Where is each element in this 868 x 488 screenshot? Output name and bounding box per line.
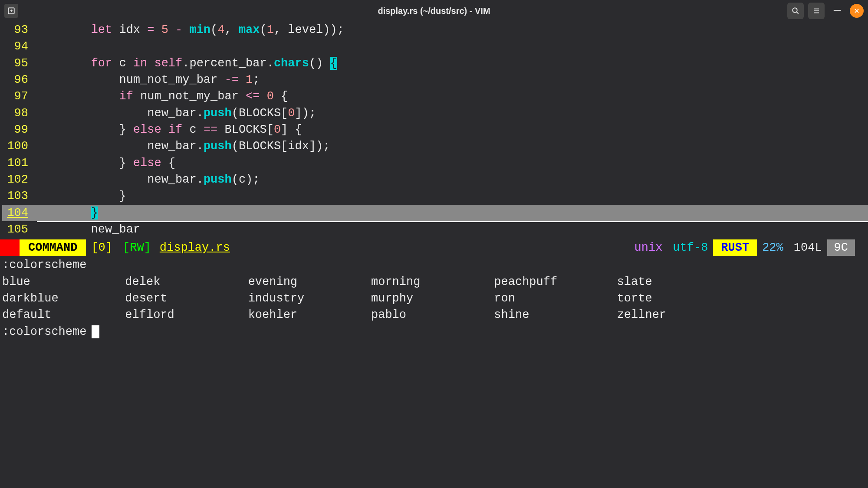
completion-item[interactable]: default: [2, 307, 125, 323]
code-content: }: [35, 188, 126, 204]
line-number: 104: [2, 205, 35, 221]
code-line[interactable]: 100 new_bar.push(BLOCKS[idx]);: [2, 138, 868, 154]
code-content: new_bar: [35, 221, 140, 238]
status-readwrite: [RW]: [118, 239, 156, 256]
completion-item[interactable]: blue: [2, 274, 125, 290]
code-content: new_bar.push(BLOCKS[idx]);: [35, 138, 330, 154]
code-content: let idx = 5 - min(4, max(1, level));: [35, 22, 344, 38]
status-line: COMMAND [0] [RW] display.rs unix utf-8 R…: [0, 239, 868, 256]
code-content: for c in self.percent_bar.chars() {: [35, 55, 337, 72]
minimize-button[interactable]: —: [829, 3, 845, 19]
line-number: 96: [2, 72, 35, 88]
line-number: 95: [2, 55, 35, 72]
line-number: 103: [2, 188, 35, 204]
completion-item[interactable]: elflord: [125, 307, 248, 323]
completion-item[interactable]: koehler: [248, 307, 371, 323]
code-line[interactable]: 104 }: [2, 205, 868, 221]
line-number: 98: [2, 105, 35, 121]
status-language: RUST: [713, 239, 757, 256]
completion-item[interactable]: torte: [617, 290, 740, 307]
completion-item[interactable]: murphy: [371, 290, 494, 307]
cursor-icon: [92, 325, 99, 338]
search-icon[interactable]: [787, 3, 804, 19]
code-content: new_bar.push(c);: [35, 171, 260, 188]
completion-item[interactable]: zellner: [617, 307, 740, 323]
line-number: 97: [2, 88, 35, 105]
code-line[interactable]: 93 let idx = 5 - min(4, max(1, level));: [2, 22, 868, 38]
hamburger-menu-icon[interactable]: [808, 3, 825, 19]
status-linecount: 104L: [789, 239, 827, 256]
command-label: :colorscheme: [2, 257, 866, 273]
svg-point-3: [792, 8, 797, 13]
status-mode: COMMAND: [20, 239, 86, 256]
completion-item[interactable]: darkblue: [2, 290, 125, 307]
line-number: 99: [2, 121, 35, 138]
app-icon[interactable]: [4, 4, 18, 18]
code-line[interactable]: 103 }: [2, 188, 868, 204]
code-line[interactable]: 98 new_bar.push(BLOCKS[0]);: [2, 105, 868, 121]
status-buffer-number: [0]: [86, 239, 118, 256]
code-content: new_bar.push(BLOCKS[0]);: [35, 105, 316, 121]
status-fileformat: unix: [629, 239, 668, 256]
completion-item[interactable]: delek: [125, 274, 248, 290]
code-content: if num_not_my_bar <= 0 {: [35, 88, 288, 105]
line-number: 100: [2, 138, 35, 154]
completion-item[interactable]: pablo: [371, 307, 494, 323]
code-editor[interactable]: 93 let idx = 5 - min(4, max(1, level));9…: [0, 22, 868, 238]
completion-item[interactable]: shine: [494, 307, 617, 323]
line-number: 101: [2, 155, 35, 171]
code-content: } else {: [35, 155, 175, 171]
line-number: 105: [2, 221, 35, 238]
status-percent: 22%: [757, 239, 789, 256]
completion-item[interactable]: ron: [494, 290, 617, 307]
close-button[interactable]: [850, 4, 864, 18]
titlebar: display.rs (~/dust/src) - VIM —: [0, 0, 868, 22]
completion-item[interactable]: evening: [248, 274, 371, 290]
code-line[interactable]: 94: [2, 38, 868, 55]
status-column: 9C: [827, 239, 855, 256]
status-filename: display.rs: [156, 239, 233, 256]
code-line[interactable]: 102 new_bar.push(c);: [2, 171, 868, 188]
code-line[interactable]: 99 } else if c == BLOCKS[0] {: [2, 121, 868, 138]
completion-list: bluedarkbluedefaultdelekdesertelflordeve…: [2, 274, 740, 324]
code-content: num_not_my_bar -= 1;: [35, 72, 260, 88]
completion-item[interactable]: peachpuff: [494, 274, 617, 290]
code-line[interactable]: 95 for c in self.percent_bar.chars() {: [2, 55, 868, 72]
code-content: } else if c == BLOCKS[0] {: [35, 121, 302, 138]
completion-item[interactable]: morning: [371, 274, 494, 290]
command-line-input[interactable]: :colorscheme: [2, 324, 866, 340]
code-content: }: [35, 205, 98, 221]
svg-line-4: [796, 12, 799, 14]
completion-item[interactable]: slate: [617, 274, 740, 290]
code-line[interactable]: 101 } else {: [2, 155, 868, 171]
line-number: 94: [2, 38, 35, 55]
code-line[interactable]: 105 new_bar: [2, 221, 868, 238]
command-text: :colorscheme: [2, 324, 86, 340]
code-line[interactable]: 97 if num_not_my_bar <= 0 {: [2, 88, 868, 105]
completion-item[interactable]: desert: [125, 290, 248, 307]
window-title: display.rs (~/dust/src) - VIM: [378, 6, 490, 16]
status-indicator: [0, 239, 20, 256]
status-encoding: utf-8: [667, 239, 713, 256]
command-area: :colorscheme bluedarkbluedefaultdelekdes…: [0, 256, 868, 341]
completion-item[interactable]: industry: [248, 290, 371, 307]
line-number: 93: [2, 22, 35, 38]
line-number: 102: [2, 171, 35, 188]
code-line[interactable]: 96 num_not_my_bar -= 1;: [2, 72, 868, 88]
